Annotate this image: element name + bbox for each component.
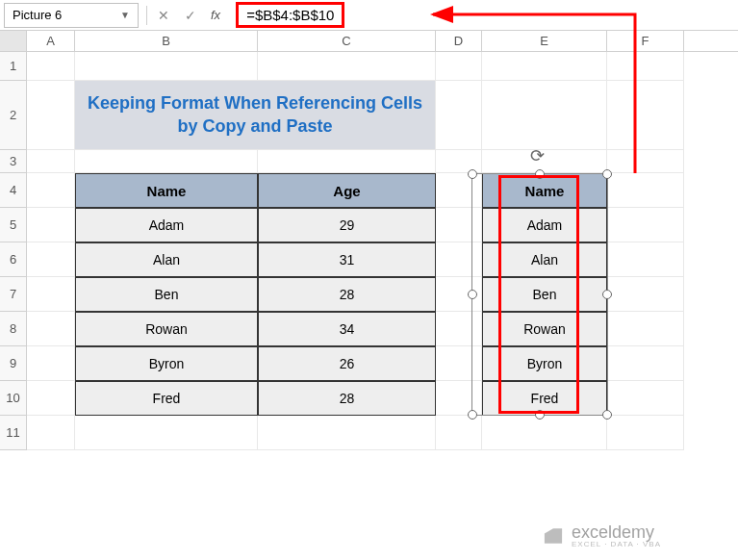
row-header[interactable]: 10 [0,381,27,416]
cell[interactable] [27,346,75,381]
col-header[interactable]: B [75,31,258,51]
col-header[interactable]: D [436,31,482,51]
resize-handle[interactable] [535,169,545,179]
table-cell[interactable]: 29 [258,208,436,242]
cell[interactable] [482,81,607,150]
watermark-text: exceldemy [572,523,661,541]
cell[interactable] [27,81,75,150]
table-cell[interactable]: 28 [258,381,436,416]
cancel-input-icon[interactable]: ✕ [151,4,176,27]
cell[interactable] [258,52,436,81]
cell[interactable] [607,312,684,346]
cell[interactable] [482,416,607,450]
watermark: exceldemy EXCEL · DATA · VBA [541,523,661,548]
cell[interactable] [482,52,607,81]
cell[interactable] [607,173,684,208]
cell[interactable] [27,416,75,450]
formula-bar: Picture 6 ▼ ✕ ✓ fx =$B$4:$B$10 [0,0,738,31]
select-all-corner[interactable] [0,31,27,51]
row-header[interactable]: 3 [0,150,27,173]
insert-function-icon[interactable]: fx [211,8,220,22]
row-header[interactable]: 7 [0,277,27,312]
resize-handle[interactable] [468,410,477,420]
cell[interactable] [436,81,482,150]
watermark-subtext: EXCEL · DATA · VBA [572,541,661,548]
cell[interactable] [482,150,607,173]
cell[interactable] [607,208,684,242]
table-cell[interactable]: Ben [75,277,258,312]
resize-handle[interactable] [602,290,612,299]
row-header[interactable]: 1 [0,52,27,81]
resize-handle[interactable] [468,290,477,299]
row-header[interactable]: 9 [0,346,27,381]
row-header[interactable]: 2 [0,81,27,150]
row-header[interactable]: 6 [0,242,27,277]
formula-text: =$B$4:$B$10 [236,2,344,28]
cell[interactable] [607,346,684,381]
page-title: Keeping Format When Referencing Cells by… [75,81,436,150]
cell[interactable] [75,416,258,450]
table-header-name[interactable]: Name [75,173,258,208]
cell[interactable] [607,150,684,173]
cell[interactable] [27,312,75,346]
table-cell[interactable]: 34 [258,312,436,346]
row-header[interactable]: 11 [0,416,27,450]
col-header[interactable]: A [27,31,75,51]
col-header[interactable]: F [607,31,684,51]
column-headers: A B C D E F [0,31,738,52]
cell[interactable] [27,208,75,242]
resize-handle[interactable] [535,410,545,420]
resize-handle[interactable] [602,410,612,420]
picture-selection[interactable]: ⟳ [471,173,608,416]
table-cell[interactable]: 31 [258,242,436,277]
table-cell[interactable]: Fred [75,381,258,416]
resize-handle[interactable] [468,169,477,179]
cell[interactable] [27,242,75,277]
table-cell[interactable]: Alan [75,242,258,277]
row-header[interactable]: 4 [0,173,27,208]
col-header[interactable]: E [482,31,607,51]
row-header[interactable]: 5 [0,208,27,242]
cell[interactable] [75,150,258,173]
cell[interactable] [607,381,684,416]
cell[interactable] [607,416,684,450]
row-header[interactable]: 8 [0,312,27,346]
cell[interactable] [436,52,482,81]
cell[interactable] [75,52,258,81]
cell[interactable] [436,416,482,450]
cell[interactable] [607,242,684,277]
table-cell[interactable]: Byron [75,346,258,381]
table-cell[interactable]: Rowan [75,312,258,346]
watermark-icon [541,523,566,548]
cell[interactable] [27,52,75,81]
cell[interactable] [27,277,75,312]
cell[interactable] [607,81,684,150]
chevron-down-icon[interactable]: ▼ [120,10,130,20]
cell[interactable] [27,173,75,208]
cell[interactable] [607,52,684,81]
formula-input[interactable]: =$B$4:$B$10 [228,2,738,28]
cell[interactable] [607,277,684,312]
name-box-text: Picture 6 [13,8,120,22]
cell[interactable] [258,150,436,173]
table-cell[interactable]: Adam [75,208,258,242]
rotate-handle-icon[interactable]: ⟳ [530,145,545,166]
table-cell[interactable]: 28 [258,277,436,312]
cell[interactable] [258,416,436,450]
table-cell[interactable]: 26 [258,346,436,381]
cell[interactable] [27,150,75,173]
table-header-age[interactable]: Age [258,173,436,208]
confirm-input-icon[interactable]: ✓ [178,4,203,27]
name-box[interactable]: Picture 6 ▼ [4,3,139,28]
col-header[interactable]: C [258,31,436,51]
cell[interactable] [27,381,75,416]
resize-handle[interactable] [602,169,612,179]
